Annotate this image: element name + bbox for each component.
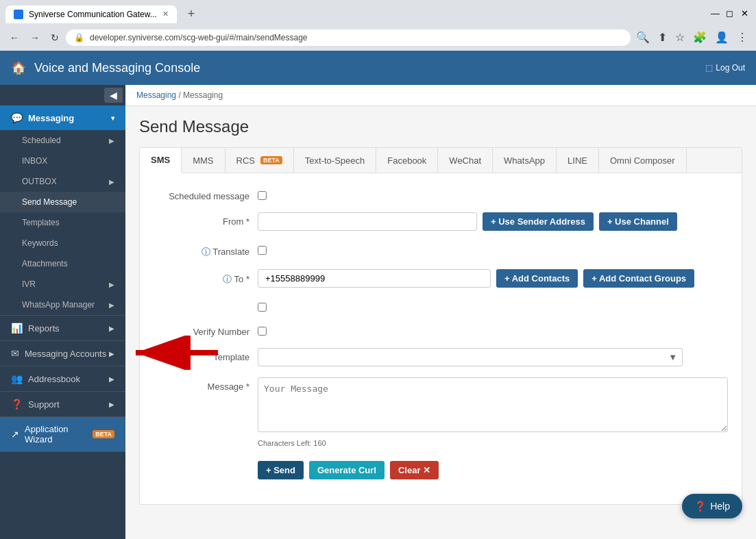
sidebar-item-attachments[interactable]: Attachments (0, 253, 125, 274)
home-icon[interactable]: 🏠 (11, 60, 26, 75)
translate-label: Translate (212, 247, 249, 257)
share-btn[interactable]: ⬆ (655, 28, 670, 47)
tab-close-btn[interactable]: ✕ (162, 10, 169, 18)
form-row-message: Message * Characters Left: 160 (154, 377, 728, 447)
breadcrumb-current: Messaging (183, 90, 223, 100)
sms-checkbox[interactable] (258, 303, 267, 312)
rcs-beta-badge: BETA (260, 156, 282, 164)
extensions-btn[interactable]: 🧩 (690, 28, 709, 47)
sidebar-item-messaging[interactable]: 💬 Messaging ▾ (0, 105, 125, 130)
application-wizard-icon: ↗ (11, 429, 19, 440)
messaging-accounts-label: Messaging Accounts (25, 349, 106, 359)
profile-btn[interactable]: 👤 (712, 28, 731, 47)
outbox-label: OUTBOX (22, 177, 57, 186)
tab-wechat[interactable]: WeChat (438, 148, 493, 173)
tabs-header: SMS MMS RCS BETA Text-to-Speech Facebook… (140, 148, 742, 173)
whatsapp-manager-label: WhatsApp Manager (22, 300, 95, 310)
tab-facebook[interactable]: Facebook (376, 148, 438, 173)
form-row-verify: Verify Number (154, 323, 728, 337)
logout-btn[interactable]: ⬚ Log Out (705, 63, 745, 73)
message-textarea[interactable] (258, 377, 728, 432)
sidebar-item-support[interactable]: ❓ Support ▶ (0, 392, 125, 416)
sidebar-item-outbox[interactable]: OUTBOX ▶ (0, 171, 125, 192)
to-info-icon: ⓘ (223, 274, 232, 284)
reload-btn[interactable]: ↻ (47, 29, 63, 46)
tab-whatsapp[interactable]: WhatsApp (493, 148, 557, 173)
sidebar-item-whatsapp-manager[interactable]: WhatsApp Manager ▶ (0, 294, 125, 315)
breadcrumb: Messaging / Messaging (125, 85, 756, 106)
scheduled-checkbox[interactable] (258, 191, 267, 200)
chars-left: Characters Left: 160 (258, 439, 326, 447)
tab-content-sms: Scheduled message From * + Use Sender Ad… (140, 173, 742, 504)
bookmark-btn[interactable]: ☆ (672, 28, 687, 47)
verify-number-checkbox[interactable] (258, 327, 267, 336)
form-row-actions: + Send Generate Curl Clear ✕ (154, 458, 728, 479)
forward-btn[interactable]: → (26, 29, 44, 46)
search-btn[interactable]: 🔍 (633, 28, 653, 47)
translate-checkbox[interactable] (258, 246, 267, 255)
sidebar-item-send-message[interactable]: Send Message (0, 192, 125, 212)
sidebar-item-templates[interactable]: Templates (0, 212, 125, 233)
send-btn[interactable]: + Send (258, 461, 304, 479)
addressbook-arrow: ▶ (109, 375, 114, 383)
from-input[interactable] (258, 212, 477, 231)
page-title: Send Message (139, 117, 742, 136)
inbox-label: INBOX (22, 156, 47, 166)
sidebar-collapse-btn[interactable]: ◀ (104, 88, 123, 103)
sidebar-item-ivr[interactable]: IVR ▶ (0, 274, 125, 294)
reports-arrow: ▶ (109, 325, 114, 332)
red-arrow-indicator (129, 336, 218, 372)
application-wizard-label: Application Wizard (25, 424, 90, 444)
help-icon: ❓ (694, 501, 706, 512)
restore-btn[interactable]: ◻ (726, 8, 735, 18)
outbox-arrow: ▶ (109, 178, 114, 186)
browser-tab[interactable]: Syniverse Communication Gatew... ✕ (5, 5, 177, 23)
form-row-template: Template ▼ (154, 348, 728, 366)
tab-rcs[interactable]: RCS BETA (225, 148, 294, 173)
use-sender-address-btn[interactable]: + Use Sender Address (483, 212, 594, 231)
tab-line[interactable]: LINE (557, 148, 599, 173)
tab-title: Syniverse Communication Gatew... (29, 10, 157, 19)
send-message-label: Send Message (22, 197, 77, 207)
help-btn[interactable]: ❓ Help (682, 494, 742, 518)
sidebar-item-scheduled[interactable]: Scheduled ▶ (0, 130, 125, 151)
use-channel-btn[interactable]: + Use Channel (599, 212, 677, 231)
verify-number-label: Verify Number (154, 323, 249, 337)
sidebar-item-reports[interactable]: 📊 Reports ▶ (0, 316, 125, 340)
app-header: 🏠 Voice and Messaging Console ⬚ Log Out (0, 51, 756, 85)
reports-icon: 📊 (11, 323, 23, 334)
generate-curl-btn[interactable]: Generate Curl (309, 461, 385, 479)
template-select[interactable] (258, 348, 683, 366)
minimize-btn[interactable]: — (711, 8, 720, 18)
support-label: Support (28, 399, 60, 410)
beta-badge: BETA (93, 430, 114, 438)
scheduled-label: Scheduled message (154, 187, 249, 201)
form-row-scheduled: Scheduled message (154, 187, 728, 201)
close-window-btn[interactable]: ✕ (741, 8, 751, 18)
sidebar-messaging-label: Messaging (28, 113, 74, 123)
sidebar-item-messaging-accounts[interactable]: ✉ Messaging Accounts ▶ (0, 341, 125, 366)
sidebar-item-keywords[interactable]: Keywords (0, 233, 125, 253)
sidebar-item-inbox[interactable]: INBOX (0, 151, 125, 171)
sidebar-item-addressbook[interactable]: 👥 Addressbook ▶ (0, 366, 125, 391)
menu-btn[interactable]: ⋮ (734, 28, 751, 47)
new-tab-btn[interactable]: + (182, 4, 201, 24)
main-content: Messaging / Messaging Send Message SMS M… (125, 85, 756, 539)
tab-tts[interactable]: Text-to-Speech (294, 148, 376, 173)
tab-sms[interactable]: SMS (140, 148, 182, 173)
add-contacts-btn[interactable]: + Add Contacts (496, 269, 578, 288)
logout-icon: ⬚ (705, 63, 713, 73)
to-input[interactable] (258, 269, 491, 288)
sidebar-item-application-wizard[interactable]: ↗ Application Wizard BETA (0, 417, 125, 451)
tab-omni[interactable]: Omni Composer (599, 148, 687, 173)
tab-mms[interactable]: MMS (182, 148, 225, 173)
app-title: Voice and Messaging Console (34, 61, 697, 75)
form-row-translate: ⓘ Translate (154, 242, 728, 258)
messaging-arrow: ▾ (111, 114, 114, 122)
breadcrumb-parent[interactable]: Messaging (136, 90, 176, 100)
keywords-label: Keywords (22, 238, 58, 248)
add-contact-groups-btn[interactable]: + Add Contact Groups (583, 269, 694, 288)
back-btn[interactable]: ← (5, 29, 23, 46)
address-bar[interactable]: 🔒 developer.syniverse.com/scg-web-gui/#/… (66, 29, 631, 46)
clear-btn[interactable]: Clear ✕ (390, 461, 439, 479)
